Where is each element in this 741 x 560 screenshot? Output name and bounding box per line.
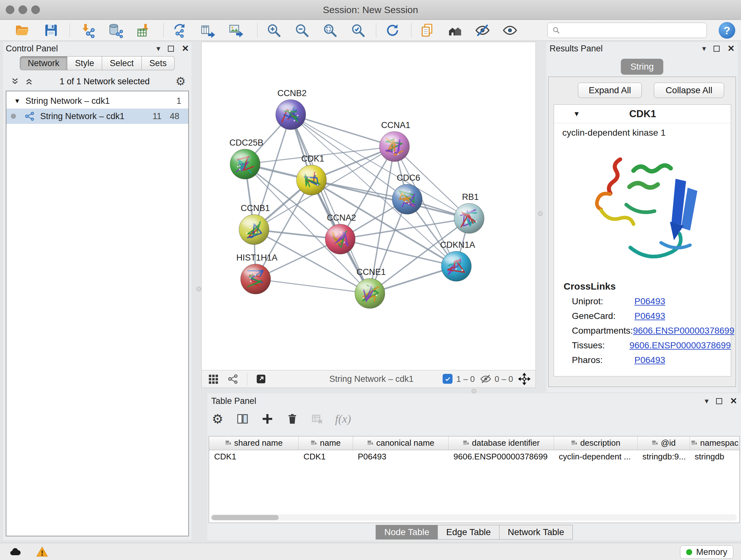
float-panel-icon[interactable]: [716, 398, 722, 404]
export-image-icon[interactable]: [228, 22, 245, 39]
expand-all-button[interactable]: Expand All: [578, 83, 642, 98]
cloud-icon[interactable]: [9, 546, 22, 558]
tab-network-table[interactable]: Network Table: [499, 525, 573, 540]
column-header[interactable]: description: [554, 436, 637, 450]
network-collection-row[interactable]: ▼ String Network – cdk1 1: [6, 93, 188, 109]
collapse-panel-icon[interactable]: ▾: [704, 396, 709, 406]
tab-network[interactable]: Network: [20, 56, 67, 70]
network-edge[interactable]: [291, 115, 394, 146]
table-options-gear-icon[interactable]: ⚙: [211, 412, 225, 426]
node-label-CDC25B: CDC25B: [229, 138, 264, 147]
network-view-icon[interactable]: [227, 373, 239, 385]
help-icon[interactable]: ?: [719, 22, 735, 39]
column-header[interactable]: canonical name: [353, 436, 448, 450]
crosslink-uniprot[interactable]: P06493: [634, 296, 665, 307]
float-panel-icon[interactable]: [714, 46, 720, 52]
collapse-panel-icon[interactable]: ▾: [702, 44, 706, 53]
network-row[interactable]: String Network – cdk1 11 48: [6, 109, 188, 124]
crosslink-pharos[interactable]: P06493: [634, 355, 665, 365]
create-column-icon[interactable]: [260, 412, 274, 426]
horizontal-scrollbar[interactable]: [210, 514, 737, 521]
column-header[interactable]: name: [298, 436, 353, 450]
crosslink-tissues[interactable]: 9606.ENSP00000378699: [629, 340, 731, 351]
zoom-out-icon[interactable]: [293, 22, 310, 39]
collapse-section-icon[interactable]: ▼: [573, 110, 580, 118]
close-panel-icon[interactable]: ✕: [730, 396, 737, 406]
table-row[interactable]: CDK1 CDK1 P06493 9606.ENSP00000378699 cy…: [209, 450, 739, 463]
delete-column-icon[interactable]: [285, 412, 299, 426]
import-network-from-file-icon[interactable]: [79, 22, 96, 39]
new-network-icon[interactable]: [172, 22, 188, 39]
splitter-handle[interactable]: [472, 389, 476, 393]
scrollbar-thumb[interactable]: [212, 515, 279, 520]
expand-all-networks-icon[interactable]: [10, 77, 20, 86]
network-edge[interactable]: [256, 279, 370, 294]
apply-function-icon[interactable]: f(x): [335, 412, 351, 426]
table-panel-title: Table Panel: [211, 396, 256, 406]
splitter-handle[interactable]: [197, 287, 201, 291]
zoom-fit-content-icon[interactable]: [322, 22, 338, 39]
column-header[interactable]: database identifier: [448, 436, 554, 450]
control-panel-tabs: Network Style Select Sets: [20, 56, 175, 70]
tab-select[interactable]: Select: [102, 56, 142, 70]
import-network-from-database-icon[interactable]: [107, 22, 124, 39]
zoom-selected-icon[interactable]: [350, 22, 366, 39]
warning-icon[interactable]: [36, 546, 49, 558]
network-edge[interactable]: [312, 180, 469, 219]
tab-string[interactable]: String: [621, 59, 663, 75]
duplicate-document-icon[interactable]: [419, 22, 435, 39]
splitter-handle[interactable]: [538, 211, 542, 216]
cell-name: CDK1: [298, 450, 353, 463]
column-header[interactable]: shared name: [209, 436, 298, 450]
crosslink-genecard[interactable]: P06493: [634, 311, 665, 321]
memory-label: Memory: [696, 547, 727, 557]
save-session-icon[interactable]: [43, 22, 59, 39]
apply-layout-icon[interactable]: [384, 22, 401, 39]
open-session-icon[interactable]: [14, 22, 30, 39]
edge-count: 48: [170, 111, 179, 121]
node-label-CDKN1A: CDKN1A: [440, 240, 475, 250]
import-table-from-file-icon[interactable]: [136, 22, 152, 39]
cell-description: cyclin-dependent ...: [554, 450, 637, 463]
search-input[interactable]: [563, 25, 702, 36]
show-graphics-details-icon[interactable]: [502, 22, 518, 39]
tab-node-table[interactable]: Node Table: [376, 525, 438, 540]
selected-nodes-checkbox[interactable]: [443, 374, 453, 384]
network-view-canvas[interactable]: CCNB2CCNA1CDC25BCDK1CDC6RB1CCNB1CCNA2CDK…: [202, 42, 536, 370]
column-header-icon: [651, 440, 658, 447]
detach-view-icon[interactable]: [255, 373, 267, 385]
close-panel-icon[interactable]: ✕: [182, 44, 189, 54]
tab-style[interactable]: Style: [67, 56, 102, 70]
hidden-eye-icon[interactable]: [480, 373, 491, 385]
crosslink-compartments[interactable]: 9606.ENSP00000378699: [633, 326, 734, 336]
crosslinks-title: CrossLinks: [563, 281, 731, 292]
float-panel-icon[interactable]: [168, 46, 174, 52]
grid-view-icon[interactable]: [207, 373, 219, 385]
crosslink-label: Tissues:: [572, 340, 629, 351]
hide-graphics-details-icon[interactable]: [474, 22, 491, 39]
collapse-all-networks-icon[interactable]: [24, 77, 34, 86]
delete-table-icon[interactable]: [310, 412, 324, 426]
protein-detail-card: ▼ CDK1 cyclin-dependent kinase 1: [554, 105, 731, 376]
collapse-all-button[interactable]: Collapse All: [654, 83, 724, 98]
network-options-gear-icon[interactable]: ⚙: [176, 75, 186, 88]
search-icon: [552, 26, 560, 35]
collapse-panel-icon[interactable]: ▾: [156, 44, 160, 53]
window-title: Session: New Session: [0, 4, 741, 15]
network-tree: ▼ String Network – cdk1 1 String Network…: [6, 91, 189, 537]
pan-crosshair-icon[interactable]: [518, 373, 530, 385]
column-header[interactable]: namespac: [690, 436, 739, 450]
network-edge[interactable]: [291, 115, 370, 294]
home-icon[interactable]: [447, 22, 463, 39]
tree-caret-icon[interactable]: ▼: [14, 98, 20, 105]
column-header[interactable]: @id: [637, 436, 690, 450]
show-columns-icon[interactable]: [235, 412, 250, 426]
tab-sets[interactable]: Sets: [142, 56, 175, 70]
selected-count: 1 – 0: [456, 374, 475, 384]
export-table-icon[interactable]: [200, 22, 216, 39]
close-panel-icon[interactable]: ✕: [727, 44, 735, 54]
memory-button[interactable]: Memory: [680, 545, 733, 559]
tab-edge-table[interactable]: Edge Table: [438, 525, 499, 540]
network-collection-label: String Network – cdk1: [25, 96, 110, 106]
zoom-in-icon[interactable]: [266, 22, 282, 39]
